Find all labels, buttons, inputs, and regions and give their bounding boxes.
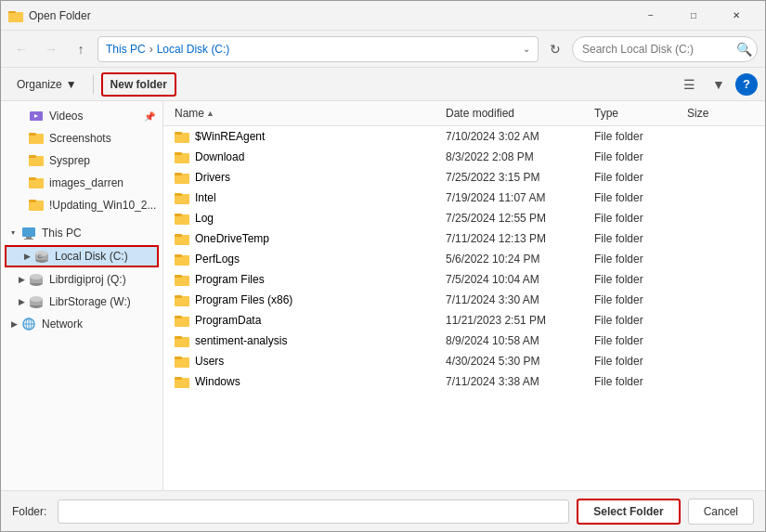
local-disk-expand-icon: ▶ bbox=[21, 251, 32, 262]
sidebar-item-images-darren[interactable]: images_darren bbox=[1, 172, 162, 194]
sidebar-item-videos[interactable]: Videos 📌 bbox=[1, 105, 162, 127]
svg-rect-45 bbox=[175, 275, 182, 278]
folder-label: Folder: bbox=[12, 505, 46, 518]
col-header-size[interactable]: Size bbox=[683, 105, 758, 122]
file-row[interactable]: Drivers 7/25/2022 3:15 PM File folder bbox=[163, 167, 765, 188]
type-cell: File folder bbox=[591, 293, 683, 306]
svg-rect-14 bbox=[26, 237, 32, 239]
folder-icon bbox=[175, 375, 189, 388]
sidebar-item-librdigiproj[interactable]: ▶ Librdigiproj (Q:) bbox=[1, 268, 162, 291]
local-disk-icon: C: bbox=[34, 249, 49, 264]
refresh-button[interactable]: ↻ bbox=[542, 36, 568, 62]
view-dropdown-button[interactable]: ▼ bbox=[706, 72, 732, 97]
local-disk-label: Local Disk (C:) bbox=[55, 250, 128, 263]
view-options-button[interactable]: ☰ bbox=[676, 72, 702, 97]
minimize-button[interactable]: − bbox=[630, 1, 672, 31]
help-button[interactable]: ? bbox=[735, 73, 758, 96]
svg-rect-10 bbox=[29, 177, 36, 180]
sidebar-item-librstorage[interactable]: ▶ LibrStorage (W:) bbox=[1, 291, 162, 313]
file-name-cell: PerfLogs bbox=[171, 253, 442, 266]
organize-button[interactable]: Organize ▼ bbox=[8, 72, 85, 97]
screenshots-label: Screenshots bbox=[49, 132, 111, 145]
file-row[interactable]: Program Files 7/5/2024 10:04 AM File fol… bbox=[163, 269, 765, 290]
svg-rect-37 bbox=[175, 193, 182, 196]
sidebar-item-this-pc[interactable]: ▸ This PC bbox=[1, 222, 162, 244]
file-row[interactable]: $WinREAgent 7/10/2024 3:02 AM File folde… bbox=[163, 126, 765, 147]
file-row[interactable]: PerfLogs 5/6/2022 10:24 PM File folder bbox=[163, 249, 765, 269]
expand-icon bbox=[16, 133, 27, 144]
file-row[interactable]: Windows 7/11/2024 3:38 AM File folder bbox=[163, 371, 765, 392]
dialog-icon bbox=[8, 8, 23, 23]
address-path[interactable]: This PC › Local Disk (C:) ⌄ bbox=[97, 36, 539, 62]
view-icon: ☰ bbox=[683, 77, 695, 92]
file-row[interactable]: Log 7/25/2024 12:55 PM File folder bbox=[163, 208, 765, 228]
select-folder-button[interactable]: Select Folder bbox=[577, 499, 680, 525]
expand-icon bbox=[16, 177, 27, 188]
col-header-type[interactable]: Type bbox=[591, 105, 683, 122]
help-icon: ? bbox=[743, 77, 750, 91]
librstorage-icon bbox=[29, 294, 44, 309]
type-cell: File folder bbox=[591, 130, 683, 143]
sysprep-icon bbox=[29, 153, 44, 168]
date-cell: 7/19/2024 11:07 AM bbox=[442, 191, 591, 204]
expand-icon bbox=[16, 110, 27, 122]
folder-icon bbox=[175, 355, 189, 368]
type-cell: File folder bbox=[591, 314, 683, 327]
search-icon-button[interactable]: 🔍 bbox=[736, 42, 752, 57]
file-row[interactable]: OneDriveTemp 7/11/2024 12:13 PM File fol… bbox=[163, 228, 765, 249]
sidebar-item-network[interactable]: ▶ Network bbox=[1, 313, 162, 335]
file-row[interactable]: Download 8/3/2022 2:08 PM File folder bbox=[163, 147, 765, 167]
videos-label: Videos bbox=[49, 110, 83, 123]
folder-icon bbox=[175, 253, 189, 266]
col-header-name[interactable]: Name ▲ bbox=[171, 105, 442, 122]
new-folder-button[interactable]: New folder bbox=[101, 72, 176, 97]
svg-rect-53 bbox=[175, 357, 182, 359]
file-list: $WinREAgent 7/10/2024 3:02 AM File folde… bbox=[163, 126, 765, 490]
cancel-button[interactable]: Cancel bbox=[688, 499, 754, 525]
close-button[interactable]: ✕ bbox=[715, 1, 758, 31]
up-button[interactable]: ↑ bbox=[68, 36, 94, 62]
window-controls: − □ ✕ bbox=[630, 1, 758, 31]
back-button[interactable]: ← bbox=[8, 36, 34, 62]
sidebar-item-updating[interactable]: !Updating_Win10_2... bbox=[1, 194, 162, 216]
librdigiproj-expand-icon: ▶ bbox=[16, 274, 27, 285]
folder-input[interactable] bbox=[58, 500, 569, 524]
file-header: Name ▲ Date modified Type Size bbox=[163, 101, 765, 126]
file-name-cell: Program Files bbox=[171, 273, 442, 286]
file-name-cell: Intel bbox=[171, 191, 442, 204]
folder-icon bbox=[175, 150, 189, 163]
path-separator-1: › bbox=[149, 43, 153, 56]
sidebar-item-local-disk-c[interactable]: ▶ C: Local Disk (C:) bbox=[5, 245, 159, 267]
this-pc-expand-icon: ▸ bbox=[8, 227, 19, 239]
librdigiproj-label: Librdigiproj (Q:) bbox=[49, 273, 126, 286]
svg-point-25 bbox=[30, 296, 43, 302]
filename-text: Download bbox=[195, 150, 244, 163]
file-row[interactable]: Program Files (x86) 7/11/2024 3:30 AM Fi… bbox=[163, 290, 765, 310]
sidebar-item-sysprep[interactable]: Sysprep bbox=[1, 149, 162, 172]
forward-button[interactable]: → bbox=[38, 36, 64, 62]
new-folder-label: New folder bbox=[110, 78, 167, 91]
file-name-cell: Log bbox=[171, 212, 442, 225]
filename-text: Users bbox=[195, 355, 224, 368]
file-area: Name ▲ Date modified Type Size bbox=[163, 101, 765, 490]
file-row[interactable]: Users 4/30/2024 5:30 PM File folder bbox=[163, 351, 765, 371]
title-bar: Open Folder − □ ✕ bbox=[1, 1, 765, 31]
network-label: Network bbox=[42, 318, 83, 331]
file-row[interactable]: sentiment-analysis 8/9/2024 10:58 AM Fil… bbox=[163, 331, 765, 351]
file-row[interactable]: ProgramData 11/21/2023 2:51 PM File fold… bbox=[163, 310, 765, 331]
file-row[interactable]: Intel 7/19/2024 11:07 AM File folder bbox=[163, 188, 765, 208]
filename-text: Intel bbox=[195, 191, 216, 204]
col-header-date[interactable]: Date modified bbox=[442, 105, 591, 122]
svg-rect-39 bbox=[175, 214, 182, 216]
sidebar-item-screenshots[interactable]: Screenshots bbox=[1, 127, 162, 149]
librdigiproj-icon bbox=[29, 272, 44, 287]
folder-icon bbox=[175, 232, 189, 245]
filename-text: PerfLogs bbox=[195, 253, 240, 266]
file-name-cell: Users bbox=[171, 355, 442, 368]
dialog-title: Open Folder bbox=[29, 9, 630, 22]
search-input[interactable] bbox=[572, 36, 758, 62]
svg-rect-35 bbox=[175, 173, 182, 175]
type-cell: File folder bbox=[591, 150, 683, 163]
maximize-button[interactable]: □ bbox=[672, 1, 715, 31]
date-cell: 5/6/2022 10:24 PM bbox=[442, 253, 591, 266]
